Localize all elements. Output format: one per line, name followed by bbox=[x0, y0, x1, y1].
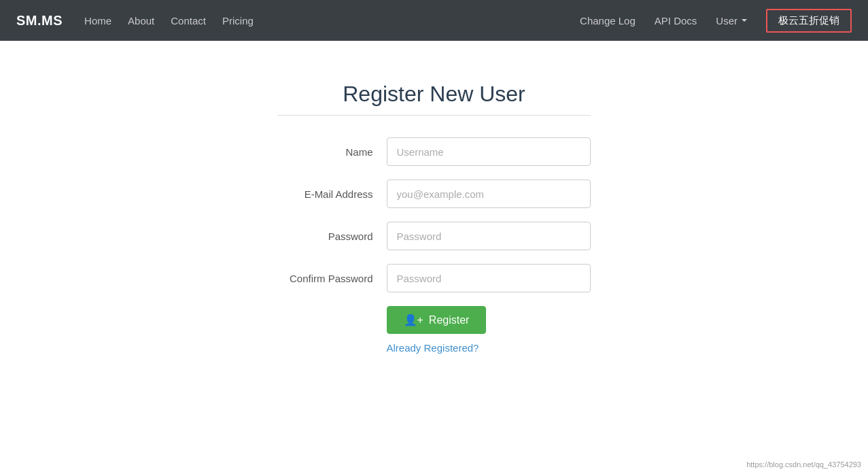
register-button[interactable]: 👤+ Register bbox=[387, 306, 487, 334]
field-name-row: Name bbox=[278, 137, 591, 166]
nav-changelog[interactable]: Change Log bbox=[580, 15, 636, 27]
nav-brand[interactable]: SM.MS bbox=[16, 13, 63, 29]
user-add-icon: 👤+ bbox=[404, 314, 423, 326]
nav-about[interactable]: About bbox=[128, 15, 154, 27]
title-divider bbox=[278, 115, 591, 116]
nav-user-label: User bbox=[716, 15, 737, 27]
chevron-down-icon bbox=[742, 19, 747, 22]
confirm-password-input[interactable] bbox=[387, 264, 591, 292]
register-form: Name E-Mail Address Password Confirm Pas… bbox=[278, 137, 591, 354]
main-content: Register New User Name E-Mail Address Pa… bbox=[0, 41, 868, 354]
nav-links-right: Change Log API Docs User 极云五折促销 bbox=[580, 9, 852, 33]
nav-cta-button[interactable]: 极云五折促销 bbox=[766, 9, 852, 33]
label-email: E-Mail Address bbox=[278, 188, 387, 200]
nav-links-left: Home About Contact Pricing bbox=[84, 15, 580, 27]
password-input[interactable] bbox=[387, 222, 591, 250]
label-name: Name bbox=[278, 146, 387, 158]
form-actions: 👤+ Register Already Registered? bbox=[387, 306, 591, 354]
nav-user-dropdown[interactable]: User bbox=[716, 15, 747, 27]
nav-pricing[interactable]: Pricing bbox=[222, 15, 254, 27]
field-password-row: Password bbox=[278, 222, 591, 250]
nav-apidocs[interactable]: API Docs bbox=[655, 15, 697, 27]
field-email-row: E-Mail Address bbox=[278, 180, 591, 208]
page-title: Register New User bbox=[343, 82, 525, 107]
already-registered-link[interactable]: Already Registered? bbox=[387, 342, 591, 354]
label-confirm-password: Confirm Password bbox=[278, 273, 387, 284]
username-input[interactable] bbox=[387, 137, 591, 166]
nav-home[interactable]: Home bbox=[84, 15, 111, 27]
field-confirm-password-row: Confirm Password bbox=[278, 264, 591, 292]
nav-contact[interactable]: Contact bbox=[171, 15, 206, 27]
email-input[interactable] bbox=[387, 180, 591, 208]
label-password: Password bbox=[278, 231, 387, 242]
navbar: SM.MS Home About Contact Pricing Change … bbox=[0, 0, 868, 41]
register-button-label: Register bbox=[429, 314, 470, 326]
watermark: https://blog.csdn.net/qq_43754293 bbox=[746, 460, 861, 469]
